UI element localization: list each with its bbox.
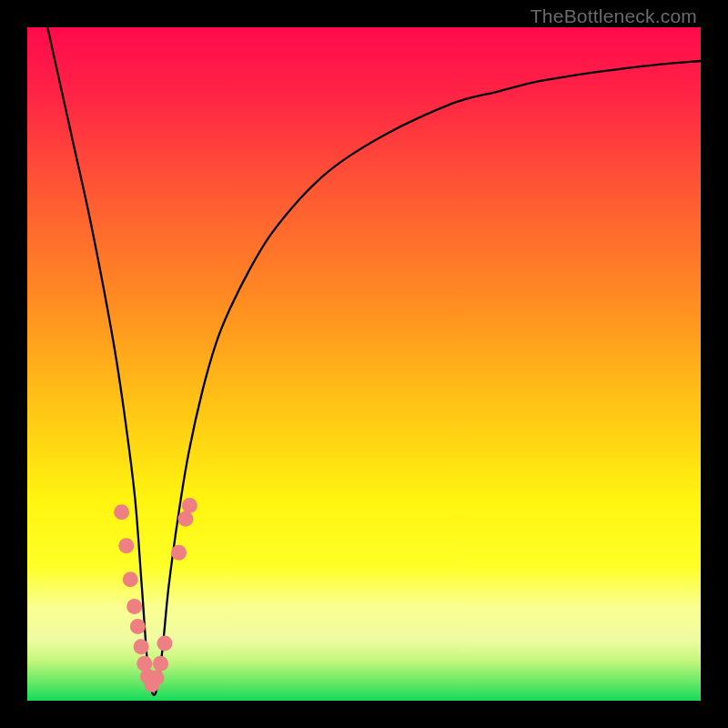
marker-point bbox=[130, 619, 146, 634]
plot-area bbox=[27, 27, 701, 701]
chart-frame: TheBottleneck.com bbox=[0, 0, 728, 728]
marker-point bbox=[153, 656, 168, 672]
watermark-text: TheBottleneck.com bbox=[531, 5, 697, 27]
marker-point bbox=[126, 599, 142, 614]
marker-point bbox=[114, 504, 129, 520]
bottleneck-curve bbox=[47, 27, 701, 695]
marker-point bbox=[182, 498, 197, 513]
marker-point bbox=[123, 571, 138, 587]
marker-point bbox=[177, 511, 193, 527]
marker-point bbox=[171, 545, 187, 561]
marker-point bbox=[134, 639, 149, 654]
marker-point bbox=[157, 636, 172, 652]
marker-point bbox=[118, 538, 134, 553]
marker-point bbox=[149, 670, 165, 685]
curve-layer bbox=[27, 27, 701, 701]
highlighted-points bbox=[114, 498, 197, 693]
